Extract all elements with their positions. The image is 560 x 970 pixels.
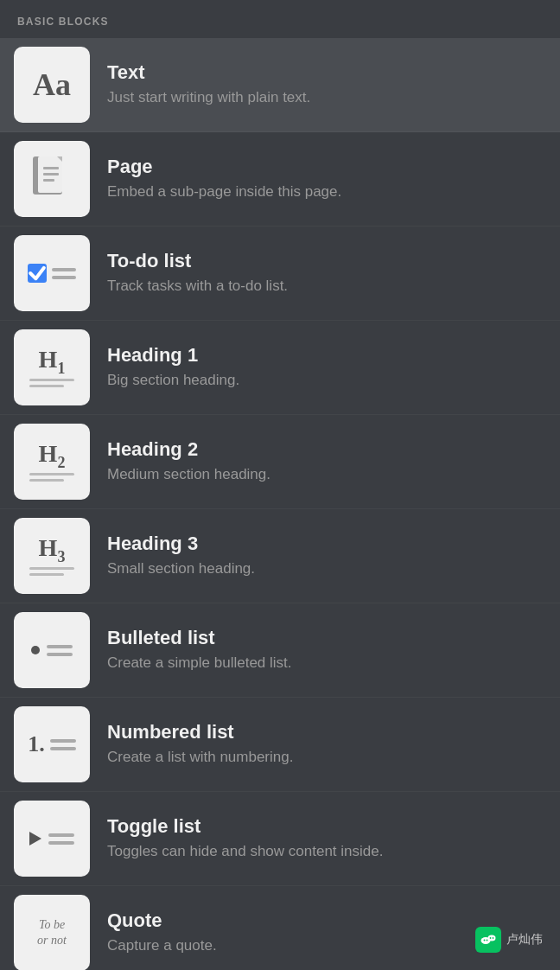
block-list: AaTextJust start writing with plain text… — [0, 38, 560, 970]
block-icon-quote: To beor not — [14, 895, 90, 970]
block-item-todo[interactable]: To-do listTrack tasks with a to-do list. — [0, 227, 560, 321]
block-title-heading3: Heading 3 — [107, 533, 255, 555]
block-icon-heading2: H2 — [14, 424, 90, 500]
block-desc-numbered: Create a list with numbering. — [107, 747, 293, 768]
block-icon-heading3: H3 — [14, 518, 90, 594]
watermark: 卢灿伟 — [475, 927, 543, 953]
svg-point-11 — [493, 937, 494, 939]
block-icon-numbered: 1. — [14, 706, 90, 782]
block-text-page: PageEmbed a sub-page inside this page. — [107, 156, 341, 202]
block-text-toggle: Toggle listToggles can hide and show con… — [107, 815, 383, 862]
block-desc-quote: Capture a quote. — [107, 935, 217, 956]
block-text-text: TextJust start writing with plain text. — [107, 61, 310, 108]
block-title-todo: To-do list — [107, 250, 288, 272]
svg-point-7 — [484, 940, 486, 941]
block-item-heading2[interactable]: H2 Heading 2Medium section heading. — [0, 415, 560, 509]
svg-point-9 — [488, 935, 496, 941]
block-title-quote: Quote — [107, 909, 217, 932]
block-title-heading2: Heading 2 — [107, 438, 270, 461]
block-desc-heading1: Big section heading. — [107, 370, 239, 391]
watermark-name: 卢灿伟 — [506, 932, 543, 948]
block-desc-bulleted: Create a simple bulleted list. — [107, 653, 292, 673]
block-item-toggle[interactable]: Toggle listToggles can hide and show con… — [0, 792, 560, 886]
block-text-heading1: Heading 1Big section heading. — [107, 344, 239, 391]
block-desc-heading3: Small section heading. — [107, 558, 255, 579]
block-icon-bulleted — [14, 612, 90, 688]
block-icon-todo — [14, 235, 90, 311]
block-item-page[interactable]: PageEmbed a sub-page inside this page. — [0, 132, 560, 227]
svg-rect-3 — [43, 173, 59, 175]
block-item-numbered[interactable]: 1. Numbered listCreate a list with numbe… — [0, 698, 560, 792]
block-icon-toggle — [14, 801, 90, 877]
block-text-heading2: Heading 2Medium section heading. — [107, 438, 270, 485]
block-text-quote: QuoteCapture a quote. — [107, 909, 217, 956]
block-title-page: Page — [107, 156, 341, 178]
wechat-icon — [475, 927, 501, 953]
block-title-numbered: Numbered list — [107, 721, 293, 743]
block-text-bulleted: Bulleted listCreate a simple bulleted li… — [107, 627, 292, 673]
block-desc-todo: Track tasks with a to-do list. — [107, 276, 288, 297]
block-item-bulleted[interactable]: Bulleted listCreate a simple bulleted li… — [0, 603, 560, 698]
block-title-bulleted: Bulleted list — [107, 627, 292, 649]
svg-point-8 — [487, 940, 488, 941]
block-title-text: Text — [107, 61, 310, 84]
block-icon-page — [14, 141, 90, 217]
block-item-heading3[interactable]: H3 Heading 3Small section heading. — [0, 509, 560, 603]
svg-rect-4 — [43, 179, 54, 182]
block-desc-toggle: Toggles can hide and show content inside… — [107, 841, 383, 862]
block-item-heading1[interactable]: H1 Heading 1Big section heading. — [0, 321, 560, 415]
block-desc-page: Embed a sub-page inside this page. — [107, 182, 341, 202]
block-desc-text: Just start writing with plain text. — [107, 87, 310, 108]
block-title-heading1: Heading 1 — [107, 344, 239, 367]
block-icon-heading1: H1 — [14, 329, 90, 405]
block-text-heading3: Heading 3Small section heading. — [107, 533, 255, 579]
block-item-text[interactable]: AaTextJust start writing with plain text… — [0, 38, 560, 132]
svg-point-10 — [490, 937, 492, 939]
block-desc-heading2: Medium section heading. — [107, 464, 270, 485]
svg-rect-2 — [43, 167, 59, 169]
block-text-numbered: Numbered listCreate a list with numberin… — [107, 721, 293, 768]
block-text-todo: To-do listTrack tasks with a to-do list. — [107, 250, 288, 297]
block-icon-text: Aa — [14, 47, 90, 123]
section-header: BASIC BLOCKS — [0, 0, 560, 38]
block-title-toggle: Toggle list — [107, 815, 383, 838]
